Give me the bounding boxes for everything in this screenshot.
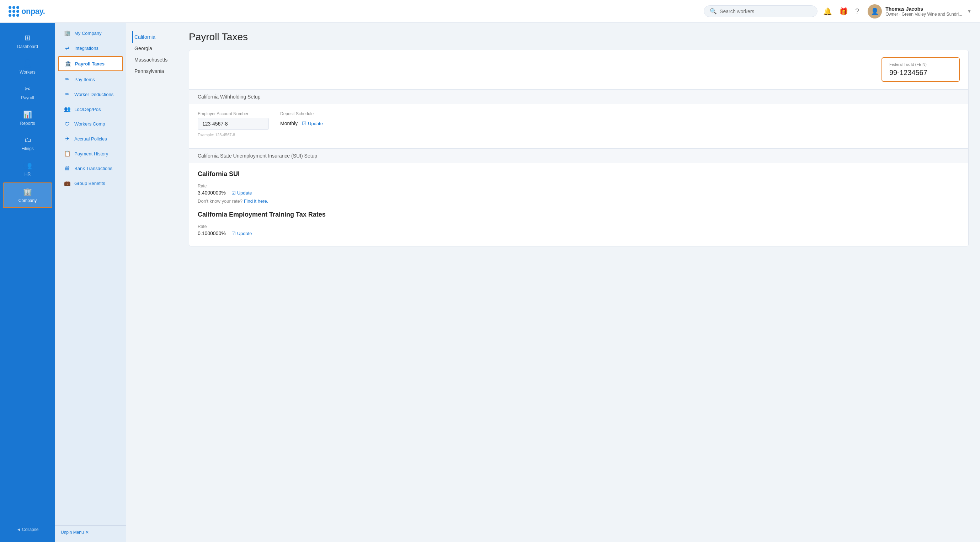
ett-rate-label: Rate bbox=[198, 224, 960, 229]
ett-update-label: Update bbox=[237, 231, 252, 236]
payroll-taxes-icon: 🏦 bbox=[64, 61, 72, 67]
header-icons: 🔔 🎁 ? bbox=[823, 7, 859, 16]
secondary-item-my-company[interactable]: 🏢 My Company bbox=[58, 26, 123, 40]
sui-rate-value: 3.4000000% bbox=[198, 190, 226, 196]
sidebar-label-workers: Workers bbox=[19, 70, 35, 75]
search-bar[interactable]: 🔍 bbox=[704, 5, 818, 17]
employer-account-hint: Example: 123-4567-8 bbox=[198, 133, 269, 137]
secondary-sidebar: 🏢 My Company ⇌ Integrations 🏦 Payroll Ta… bbox=[55, 23, 126, 542]
reports-icon: 📊 bbox=[23, 110, 32, 119]
sidebar-item-payroll[interactable]: ✂ Payroll bbox=[3, 80, 52, 105]
sui-update-link[interactable]: ☑ Update bbox=[231, 190, 252, 196]
find-rate-link[interactable]: Find it here. bbox=[244, 198, 269, 204]
secondary-item-payment-history[interactable]: 📋 Payment History bbox=[58, 147, 123, 160]
state-label-massachusetts: Massachusetts bbox=[134, 57, 167, 62]
avatar: 👤 bbox=[868, 4, 882, 19]
secondary-item-workers-comp[interactable]: 🛡 Workers Comp bbox=[58, 117, 123, 131]
sidebar-item-reports[interactable]: 📊 Reports bbox=[3, 106, 52, 130]
secondary-label-worker-deductions: Worker Deductions bbox=[74, 92, 113, 97]
search-input[interactable] bbox=[720, 8, 811, 14]
secondary-item-payroll-taxes[interactable]: 🏦 Payroll Taxes bbox=[58, 56, 123, 71]
loc-dep-pos-icon: 👥 bbox=[64, 106, 71, 112]
secondary-item-group-benefits[interactable]: 💼 Group Benefits bbox=[58, 176, 123, 190]
chevron-down-icon: ▼ bbox=[967, 9, 972, 14]
deposit-schedule-group: Deposit Schedule Monthly ☑ Update bbox=[280, 111, 323, 126]
sui-update-label: Update bbox=[237, 190, 252, 196]
user-role: Owner · Green Valley Wine and Sundri... bbox=[885, 12, 962, 17]
sidebar-item-hr[interactable]: 👥 HR bbox=[3, 157, 52, 181]
workers-icon: 👤 bbox=[23, 59, 32, 68]
my-company-icon: 🏢 bbox=[64, 30, 71, 36]
secondary-label-integrations: Integrations bbox=[74, 46, 99, 51]
state-label-california: California bbox=[134, 34, 155, 40]
sui-section-body: California SUI Rate 3.4000000% ☑ Update … bbox=[189, 163, 968, 246]
workers-comp-icon: 🛡 bbox=[64, 121, 71, 127]
federal-tax-section: Federal Tax Id (FEIN) 99-1234567 bbox=[189, 50, 968, 89]
find-rate-text: Don't know your rate? Find it here. bbox=[198, 198, 960, 204]
secondary-label-my-company: My Company bbox=[74, 30, 102, 36]
secondary-label-loc-dep-pos: Loc/Dep/Pos bbox=[74, 107, 101, 112]
unpin-icon: ✕ bbox=[85, 530, 89, 535]
sidebar-label-dashboard: Dashboard bbox=[17, 44, 38, 49]
sidebar-item-workers[interactable]: 👤 Workers bbox=[3, 55, 52, 79]
dashboard-icon: ⊞ bbox=[24, 33, 30, 42]
ett-update-link[interactable]: ☑ Update bbox=[231, 231, 252, 236]
sui-title: California SUI bbox=[198, 171, 960, 178]
top-header: onpay. 🔍 🔔 🎁 ? 👤 Thomas Jacobs Owner · G… bbox=[0, 0, 980, 23]
sui-update-checkbox-icon: ☑ bbox=[231, 190, 236, 196]
withholding-section-header: California Withholding Setup bbox=[189, 89, 968, 104]
fein-container: Federal Tax Id (FEIN) 99-1234567 bbox=[881, 57, 960, 82]
gift-icon[interactable]: 🎁 bbox=[839, 7, 848, 16]
update-checkbox-icon: ☑ bbox=[302, 121, 307, 126]
logo-text: onpay. bbox=[21, 7, 45, 16]
secondary-label-accrual-policies: Accrual Policies bbox=[74, 136, 107, 142]
secondary-item-bank-transactions[interactable]: 🏛 Bank Transactions bbox=[58, 162, 123, 175]
secondary-item-loc-dep-pos[interactable]: 👥 Loc/Dep/Pos bbox=[58, 102, 123, 116]
secondary-item-accrual-policies[interactable]: ✈ Accrual Policies bbox=[58, 132, 123, 145]
sui-rate-group: Rate 3.4000000% ☑ Update bbox=[198, 183, 960, 196]
logo-dots bbox=[8, 6, 19, 17]
user-info: Thomas Jacobs Owner · Green Valley Wine … bbox=[885, 6, 962, 17]
sidebar-item-dashboard[interactable]: ⊞ Dashboard bbox=[3, 29, 52, 53]
help-icon[interactable]: ? bbox=[855, 7, 859, 15]
integrations-icon: ⇌ bbox=[64, 45, 71, 51]
secondary-item-integrations[interactable]: ⇌ Integrations bbox=[58, 41, 123, 55]
state-item-pennsylvania[interactable]: Pennsylvania bbox=[132, 65, 177, 77]
content-panel: Federal Tax Id (FEIN) 99-1234567 Califor… bbox=[189, 50, 969, 247]
user-area[interactable]: 👤 Thomas Jacobs Owner · Green Valley Win… bbox=[868, 4, 972, 19]
employer-account-input[interactable] bbox=[198, 118, 269, 130]
sidebar-label-payroll: Payroll bbox=[21, 95, 34, 100]
ett-update-checkbox-icon: ☑ bbox=[231, 231, 236, 236]
sidebar-label-company: Company bbox=[19, 198, 37, 203]
sui-section-header: California State Unemployment Insurance … bbox=[189, 148, 968, 163]
secondary-label-workers-comp: Workers Comp bbox=[74, 121, 105, 127]
sidebar-item-company[interactable]: 🏢 Company bbox=[3, 182, 52, 208]
payroll-icon: ✂ bbox=[24, 84, 30, 93]
worker-deductions-icon: ✏ bbox=[64, 91, 71, 97]
state-item-massachusetts[interactable]: Massachusetts bbox=[132, 54, 177, 65]
logo: onpay. bbox=[8, 6, 45, 17]
withholding-update-link[interactable]: ☑ Update bbox=[302, 121, 323, 126]
state-item-georgia[interactable]: Georgia bbox=[132, 43, 177, 54]
sidebar-item-filings[interactable]: 🗂 Filings bbox=[3, 132, 52, 155]
company-icon: 🏢 bbox=[23, 187, 32, 196]
secondary-bottom: Unpin Menu ✕ bbox=[55, 525, 126, 539]
pay-items-icon: ✏ bbox=[64, 76, 71, 83]
ett-rate-row: 0.1000000% ☑ Update bbox=[198, 230, 960, 236]
collapse-label: ◄ Collapse bbox=[17, 527, 39, 532]
content-area: California Georgia Massachusetts Pennsyl… bbox=[126, 23, 980, 542]
sui-rate-label: Rate bbox=[198, 183, 960, 188]
sidebar-label-hr: HR bbox=[24, 172, 30, 177]
secondary-item-worker-deductions[interactable]: ✏ Worker Deductions bbox=[58, 88, 123, 101]
sidebar-label-reports: Reports bbox=[20, 121, 35, 126]
secondary-label-group-benefits: Group Benefits bbox=[74, 181, 105, 186]
state-label-georgia: Georgia bbox=[134, 46, 152, 51]
notifications-icon[interactable]: 🔔 bbox=[823, 7, 832, 16]
sidebar-label-filings: Filings bbox=[21, 146, 34, 151]
sidebar-collapse[interactable]: ◄ Collapse bbox=[0, 523, 55, 536]
state-item-california[interactable]: California bbox=[132, 31, 177, 43]
secondary-item-pay-items[interactable]: ✏ Pay Items bbox=[58, 73, 123, 86]
employer-account-label: Employer Account Number bbox=[198, 111, 269, 116]
secondary-label-payroll-taxes: Payroll Taxes bbox=[75, 61, 105, 67]
unpin-menu-button[interactable]: Unpin Menu ✕ bbox=[61, 530, 89, 535]
